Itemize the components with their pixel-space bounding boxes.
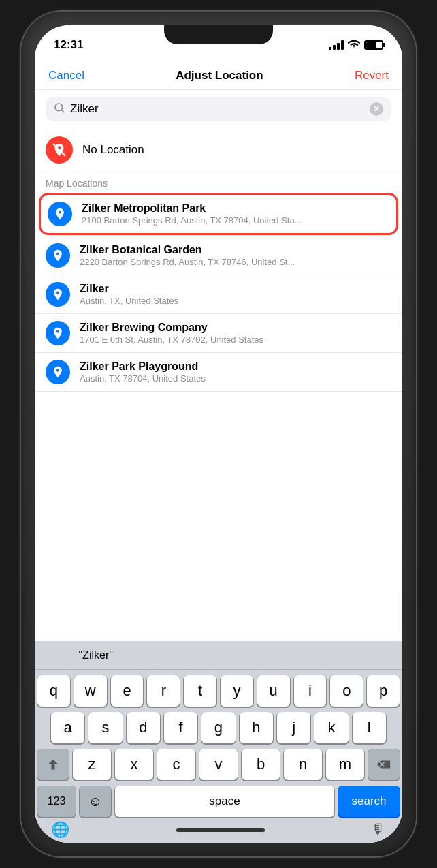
no-location-row[interactable]: No Location	[35, 128, 402, 172]
key-h[interactable]: h	[240, 712, 273, 743]
location-name-1: Zilker Botanical Garden	[80, 244, 391, 256]
notch	[164, 25, 273, 44]
key-f[interactable]: f	[164, 712, 197, 743]
key-x[interactable]: x	[115, 749, 153, 780]
location-row-1[interactable]: Zilker Botanical Garden 2220 Barton Spri…	[35, 236, 402, 275]
location-pin-icon-0	[48, 202, 72, 226]
key-e[interactable]: e	[111, 675, 144, 707]
shift-key[interactable]	[37, 749, 69, 780]
suggestion-item-2	[280, 653, 402, 658]
no-location-icon	[46, 136, 73, 164]
location-row-2[interactable]: Zilker Austin, TX, United States	[35, 275, 402, 314]
status-time: 12:31	[54, 38, 83, 52]
suggestion-item-1	[157, 653, 280, 658]
search-input[interactable]: Zilker	[70, 102, 364, 116]
key-a[interactable]: a	[51, 712, 84, 743]
key-j[interactable]: j	[277, 712, 310, 743]
key-i[interactable]: i	[294, 675, 327, 707]
signal-icon	[329, 40, 344, 50]
map-locations-header: Map Locations	[35, 172, 402, 191]
key-g[interactable]: g	[201, 712, 235, 743]
key-p[interactable]: p	[367, 675, 400, 707]
location-name-4: Zilker Park Playground	[80, 360, 391, 373]
key-row-2: a s d f g h j k l	[37, 712, 400, 743]
svg-line-1	[61, 110, 64, 112]
mic-icon[interactable]: 🎙	[371, 821, 386, 839]
location-info-1: Zilker Botanical Garden 2220 Barton Spri…	[80, 244, 391, 267]
location-row-4[interactable]: Zilker Park Playground Austin, TX 78704,…	[35, 353, 402, 392]
key-d[interactable]: d	[127, 712, 160, 743]
key-k[interactable]: k	[314, 712, 348, 743]
location-info-2: Zilker Austin, TX, United States	[80, 283, 391, 306]
key-c[interactable]: c	[157, 749, 195, 780]
globe-icon[interactable]: 🌐	[51, 821, 69, 839]
key-m[interactable]: m	[326, 749, 364, 780]
space-key[interactable]: space	[115, 786, 334, 817]
key-s[interactable]: s	[88, 712, 122, 743]
revert-button[interactable]: Revert	[355, 69, 389, 82]
location-name-2: Zilker	[80, 283, 391, 295]
search-icon	[54, 102, 65, 116]
search-key[interactable]: search	[338, 786, 400, 817]
key-y[interactable]: y	[221, 675, 253, 707]
key-b[interactable]: b	[242, 749, 280, 780]
emoji-key[interactable]: ☺	[80, 786, 111, 817]
locations-list: Zilker Metropolitan Park 2100 Barton Spr…	[35, 193, 402, 392]
search-clear-button[interactable]: ✕	[370, 102, 383, 116]
keyboard: "Zilker" q w e r t y u i	[35, 641, 402, 843]
location-row-0[interactable]: Zilker Metropolitan Park 2100 Barton Spr…	[39, 193, 398, 235]
location-address-4: Austin, TX 78704, United States	[80, 373, 391, 384]
key-z[interactable]: z	[73, 749, 111, 780]
key-r[interactable]: r	[147, 675, 180, 707]
location-address-2: Austin, TX, United States	[80, 296, 391, 306]
location-address-0: 2100 Barton Springs Rd, Austin, TX 78704…	[82, 215, 389, 226]
location-info-0: Zilker Metropolitan Park 2100 Barton Spr…	[82, 202, 389, 226]
location-name-3: Zilker Brewing Company	[80, 322, 391, 334]
key-t[interactable]: t	[184, 675, 216, 707]
no-location-label: No Location	[82, 143, 144, 157]
location-info-4: Zilker Park Playground Austin, TX 78704,…	[80, 360, 391, 384]
location-pin-icon-2	[46, 282, 70, 307]
bottom-indicator: 🌐 🎙	[35, 822, 402, 843]
backspace-key[interactable]	[368, 749, 400, 780]
key-u[interactable]: u	[257, 675, 290, 707]
phone-screen: 12:31	[35, 25, 402, 843]
location-name-0: Zilker Metropolitan Park	[82, 202, 389, 215]
location-pin-icon-3	[46, 321, 70, 345]
location-info-3: Zilker Brewing Company 1701 E 6th St, Au…	[80, 322, 391, 345]
location-pin-icon-1	[46, 243, 70, 268]
location-address-3: 1701 E 6th St, Austin, TX 78702, United …	[80, 335, 391, 345]
list-section: No Location	[35, 128, 402, 172]
page-title: Adjust Location	[176, 69, 263, 82]
status-icons	[329, 40, 383, 51]
suggestion-bar: "Zilker"	[35, 641, 402, 670]
cancel-button[interactable]: Cancel	[48, 69, 84, 82]
navigation-bar: Cancel Adjust Location Revert	[35, 59, 402, 90]
location-pin-icon-4	[46, 360, 70, 384]
key-l[interactable]: l	[353, 712, 386, 743]
main-content: Cancel Adjust Location Revert Zilker ✕	[35, 59, 402, 843]
key-w[interactable]: w	[74, 675, 107, 707]
key-v[interactable]: v	[199, 749, 238, 780]
phone-frame: 12:31	[21, 12, 416, 856]
key-q[interactable]: q	[37, 675, 70, 707]
key-row-3: z x c v b n m	[37, 749, 400, 780]
search-bar-container: Zilker ✕	[35, 90, 402, 128]
location-row-3[interactable]: Zilker Brewing Company 1701 E 6th St, Au…	[35, 314, 402, 353]
numbers-key[interactable]: 123	[37, 786, 76, 817]
keyboard-bottom-row: 123 ☺ space search	[35, 783, 402, 822]
key-n[interactable]: n	[284, 749, 322, 780]
search-bar[interactable]: Zilker ✕	[46, 97, 391, 121]
keyboard-rows: q w e r t y u i o p a s	[35, 670, 402, 783]
battery-icon	[364, 40, 383, 50]
key-row-1: q w e r t y u i o p	[37, 675, 400, 707]
location-address-1: 2220 Barton Springs Rd, Austin, TX 78746…	[80, 257, 391, 267]
home-indicator	[176, 828, 265, 832]
key-o[interactable]: o	[330, 675, 363, 707]
suggestion-item-0[interactable]: "Zilker"	[35, 647, 157, 664]
wifi-icon	[348, 40, 360, 51]
